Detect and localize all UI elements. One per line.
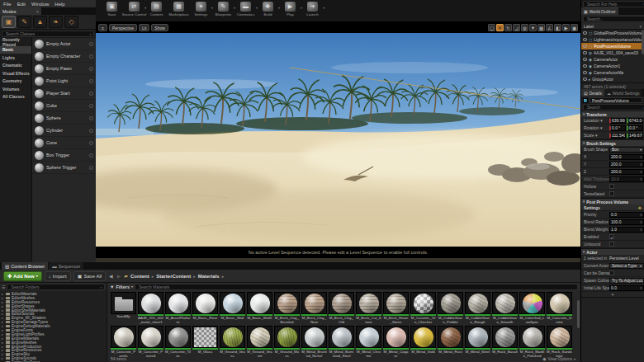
tab-sequencer[interactable]: ▬ Sequencer: [49, 262, 83, 270]
section-brush-settings[interactable]: ▾Brush Settings: [581, 139, 644, 146]
menu-help[interactable]: Help: [54, 2, 64, 7]
number-field[interactable]: 0.0⇅: [609, 212, 644, 218]
actor-name-field[interactable]: PostProcessVolume: [590, 97, 642, 103]
checkbox-enabled[interactable]: ✓: [609, 234, 614, 239]
viewport-scene[interactable]: [96, 33, 580, 247]
toolbar-marketplace[interactable]: ▦Marketplace: [168, 2, 190, 21]
dropdown-convert-actor[interactable]: Select a Type▾: [609, 263, 644, 269]
checkbox-unbound[interactable]: [609, 242, 614, 247]
geometry-mode-icon[interactable]: ◇: [64, 16, 78, 28]
surface-snap-toggle-icon[interactable]: ▼: [529, 24, 537, 31]
drag-handle-icon[interactable]: [89, 116, 93, 120]
outliner-row-lightmassimportancevolume[interactable]: ▢LightmassImportanceVolume: [581, 36, 644, 43]
toolbar-play[interactable]: ▶Play▾: [279, 2, 301, 21]
translate-tool-icon[interactable]: ✛: [496, 24, 504, 31]
spinner-icon[interactable]: ⇅: [640, 213, 642, 217]
asset-m-concrete-poured[interactable]: M_Concrete_Poured: [138, 326, 163, 359]
placeable-point-light[interactable]: Point Light: [32, 75, 96, 87]
asset-m-rock-basalt[interactable]: M_Rock_Basalt: [492, 326, 518, 359]
asset-m-ground-grass[interactable]: M_Ground_Grass: [220, 326, 245, 359]
close-icon[interactable]: ×: [36, 9, 39, 14]
placeable-empty-character[interactable]: Empty Character: [32, 50, 96, 63]
drag-handle-icon[interactable]: [89, 92, 93, 96]
y-value[interactable]: 0.0 °: [627, 125, 643, 131]
asset-m-assetplatform[interactable]: M_AssetPlatform: [165, 292, 191, 325]
asset-m-brick-hewn-stone[interactable]: M_Brick_Hewn_Stone: [383, 292, 409, 325]
tab-world-settings[interactable]: ☁ World Settings: [604, 89, 642, 96]
toolbar-build[interactable]: ✚Build▾: [257, 2, 279, 21]
number-field[interactable]: 100.0⇅: [609, 219, 644, 225]
category-lights[interactable]: Lights: [0, 54, 31, 62]
subheader-settings[interactable]: Settings✳: [581, 205, 644, 211]
category-recently-placed[interactable]: Recently Placed: [0, 38, 31, 46]
drag-handle-icon[interactable]: [89, 54, 93, 59]
category-volumes[interactable]: Volumes: [0, 85, 31, 93]
visibility-eye-icon[interactable]: [583, 78, 587, 81]
asset-m-glass[interactable]: M_Glass: [192, 326, 218, 359]
asset-m-ground-moss[interactable]: M_Ground_Moss: [274, 326, 300, 359]
asset-m-cobblestone-rough[interactable]: M_CobbleStone_Rough: [465, 292, 490, 325]
menu-file[interactable]: File: [3, 2, 12, 7]
asset-m-concrete-grime[interactable]: M_Concrete_Grime: [547, 292, 572, 325]
back-arrow-icon[interactable]: ◀: [108, 273, 114, 279]
asset-m-brick-clay-beveled[interactable]: M_Brick_Clay_Beveled: [274, 292, 300, 325]
paint-mode-icon[interactable]: ✎: [17, 16, 31, 28]
placeable-empty-pawn[interactable]: Empty Pawn: [32, 63, 96, 75]
select-tool-icon[interactable]: ▢: [488, 24, 495, 31]
drag-handle-icon[interactable]: [89, 141, 93, 145]
drag-handle-icon[interactable]: [89, 153, 93, 157]
asset-m-concrete-panels[interactable]: M_Concrete_Panels: [111, 326, 136, 359]
asset-m-ground-gravel[interactable]: M_Ground_Gravel: [247, 326, 272, 359]
asset-m-metal-brushed-nickel[interactable]: M_Metal_Brushed_Nickel: [301, 326, 327, 359]
outliner-scrollbar[interactable]: [642, 30, 644, 54]
visibility-eye-icon[interactable]: [583, 51, 587, 54]
dropdown-brush-shape[interactable]: Box▾: [609, 147, 644, 153]
view-options-button[interactable]: ◉ View Options ▾: [542, 356, 575, 361]
asset-m-rock-sandstone[interactable]: M_Rock_Sandstone: [547, 326, 572, 359]
placeable-box-trigger[interactable]: Box Trigger: [32, 149, 96, 162]
filters-button[interactable]: ▼ Filters ▾: [110, 284, 133, 289]
breadcrumb-materials[interactable]: Materials: [198, 274, 220, 279]
search-folders-input[interactable]: [9, 284, 100, 290]
placeable-cube[interactable]: Cube: [32, 100, 96, 112]
toolbar-blueprints[interactable]: ✎Blueprints▾: [212, 2, 234, 21]
add-new-button[interactable]: ✚ Add New ▾: [3, 271, 42, 281]
asset-m-cobblestone-pebble[interactable]: M_CobbleStone_Pebble: [438, 292, 463, 325]
tab-content-browser[interactable]: ▤ Content Browser: [2, 262, 48, 270]
asset-m-metal-chrome[interactable]: M_Metal_Chrome: [356, 326, 381, 359]
drag-handle-icon[interactable]: [89, 67, 93, 71]
chevron-down-icon[interactable]: ▾: [323, 6, 324, 10]
x-value[interactable]: 639.96057: [609, 118, 626, 124]
rotate-tool-icon[interactable]: ↻: [504, 24, 512, 31]
category-cinematic[interactable]: Cinematic: [0, 62, 31, 70]
spinner-icon[interactable]: ⇅: [640, 228, 642, 232]
asset-m-metal-burnished-steel[interactable]: M_Metal_Burnished_Steel: [329, 326, 354, 359]
asset-grid-scrollbar[interactable]: [577, 300, 580, 328]
asset-aaje-v01-002-metal-silver1[interactable]: AAJE_V01_002_metal_silver1_...: [138, 292, 163, 325]
show-button[interactable]: Show: [151, 24, 168, 31]
asset-m-metal-steel[interactable]: M_Metal_Steel: [465, 326, 490, 359]
menu-edit[interactable]: Edit: [17, 2, 26, 7]
category-basic[interactable]: Basic: [0, 46, 31, 54]
grid-snap-toggle-icon[interactable]: ▦: [537, 24, 545, 31]
number-field[interactable]: 200.0⇅: [609, 169, 644, 175]
toolbar-launch[interactable]: ➔Launch▾: [301, 2, 324, 21]
asset-m-basic-floor[interactable]: M_Basic_Floor: [192, 292, 218, 325]
y-value[interactable]: 6743.0459: [627, 118, 643, 124]
expand-details-icon[interactable]: ▾: [581, 292, 644, 298]
spinner-icon[interactable]: ⇅: [640, 162, 642, 167]
outliner-row-cameraactor1[interactable]: ◉CameraActor1: [581, 63, 644, 69]
visibility-eye-icon[interactable]: [583, 45, 587, 48]
tab-modes[interactable]: Modes ×: [0, 7, 41, 15]
category-visual-effects[interactable]: Visual Effects: [0, 69, 31, 78]
spinner-icon[interactable]: ⇅: [640, 177, 642, 181]
asset-m-metal-rust[interactable]: M_Metal_Rust: [438, 326, 463, 359]
toolbar-cinematics[interactable]: ▬Cinematics▾: [234, 2, 257, 21]
placeable-cone[interactable]: Cone: [32, 137, 96, 149]
placeable-cylinder[interactable]: Cylinder: [32, 125, 96, 137]
outliner-row-cameraactor[interactable]: ◉CameraActor: [581, 56, 644, 63]
placeable-empty-actor[interactable]: Empty Actor: [32, 38, 96, 50]
outliner-row-aaje-v01-004-save03[interactable]: ◍AAJE_V01_004_save03: [581, 49, 644, 56]
help-search-input[interactable]: [585, 1, 643, 7]
menu-window[interactable]: Window: [31, 2, 49, 7]
